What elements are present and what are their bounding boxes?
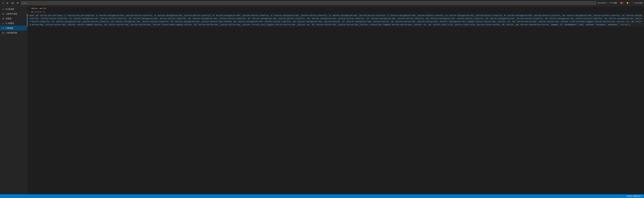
status-text: ©2024 中国宝安 ◎ [626, 195, 642, 198]
default-level-select[interactable]: 默认级别 ▾ [598, 2, 607, 4]
issues-count-label: 8 个问题： [610, 2, 618, 4]
console-output[interactable]: Hello, World! › $('button'); ▶ init {0: … [27, 6, 644, 194]
sidebar-item-error[interactable]: ⊗ 无错误 [0, 16, 27, 21]
sidebar-item-info-label: 1 条信息 [6, 27, 25, 30]
sidebar-item-user[interactable]: ⊙ 1 条用户消息 [0, 12, 27, 16]
sidebar-item-all-label: 59 条消息 [6, 8, 25, 10]
verbose-icon: ⊕ [2, 32, 4, 34]
error-icon: ⊗ [2, 17, 4, 20]
content: Hello, World! › $('button'); ▶ init {0: … [27, 6, 644, 194]
sidebar-item-error-label: 无错误 [6, 18, 25, 20]
top-bar: ≡ ⊘ top 👁 默认级别 ▾ 8 个问题： 🔴 7 🔶 1 4 条已隐藏 [0, 0, 644, 6]
menu-icon[interactable]: ≡ [1, 1, 5, 5]
block-icon[interactable]: ⊘ [6, 1, 9, 5]
expand-arrow-icon[interactable]: ▶ [28, 14, 29, 17]
issues-summary: 8 个问题： 🔴 7 🔶 1 [610, 2, 631, 4]
hidden-count: 4 条已隐藏 [634, 2, 643, 4]
log-prefix-icon [28, 7, 31, 10]
prompt-arrow-icon: › [28, 10, 31, 14]
list-icon: ≡ [2, 8, 4, 10]
console-line-hello: Hello, World! [27, 7, 644, 10]
eye-icon[interactable]: 👁 [16, 1, 20, 5]
console-line-result-content: init {0: button.btn.btn-save, 1: button.… [30, 14, 643, 26]
console-line-input: › $('button'); [27, 10, 644, 14]
divider [608, 2, 608, 4]
sidebar-item-warn-label: 57 条警告 [6, 22, 25, 25]
top-bar-right: 默认级别 ▾ 8 个问题： 🔴 7 🔶 1 4 条已隐藏 [598, 2, 643, 4]
sidebar-item-verbose[interactable]: ⊕ 1 条详细消息 [0, 30, 27, 35]
filter-input[interactable] [21, 1, 597, 5]
top-bar-icons: ≡ ⊘ [1, 1, 9, 5]
sidebar-item-all[interactable]: ≡ 59 条消息 [0, 7, 27, 12]
chevron-down-icon: ▾ [606, 2, 607, 4]
sidebar-item-verbose-label: 1 条详细消息 [6, 32, 25, 34]
default-level-label: 默认级别 [598, 2, 605, 4]
main: ≡ 59 条消息 ⊙ 1 条用户消息 ⊗ 无错误 ⚠ 57 条警告 ℹ 1 条信… [0, 6, 644, 194]
error-badge: 🔴 7 [619, 2, 625, 4]
status-bar: ©2024 中国宝安 ◎ [0, 194, 644, 198]
top-label: top [10, 2, 15, 4]
sidebar-item-info[interactable]: ℹ 1 条信息 [0, 26, 27, 30]
warn-icon: ⚠ [2, 22, 4, 25]
info-icon: ℹ [2, 27, 4, 30]
sidebar-item-user-label: 1 条用户消息 [6, 13, 25, 15]
console-line-hello-content: Hello, World! [32, 7, 643, 10]
user-icon: ⊙ [2, 12, 4, 15]
console-line-input-content: $('button'); [32, 10, 643, 14]
sidebar: ≡ 59 条消息 ⊙ 1 条用户消息 ⊗ 无错误 ⚠ 57 条警告 ℹ 1 条信… [0, 6, 27, 194]
console-line-result: ▶ init {0: button.btn.btn-save, 1: butto… [27, 14, 644, 26]
warn-badge: 🔶 1 [626, 2, 631, 4]
sidebar-item-warn[interactable]: ⚠ 57 条警告 [0, 21, 27, 26]
